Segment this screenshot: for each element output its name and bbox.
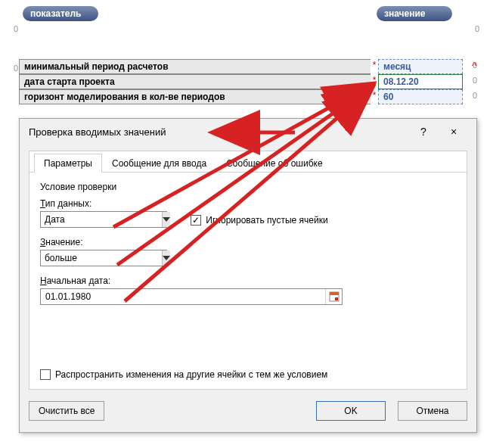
ignore-blank-checkbox-row[interactable]: Игнорировать пустые ячейки [191,215,327,226]
param-label: дата старта проекта [19,74,371,89]
gutter-number: 0 [463,59,477,74]
data-validation-dialog: Проверка вводимых значений ? × Параметры… [19,118,477,433]
propagate-checkbox-row[interactable]: Распространить изменения на другие ячейк… [40,369,327,380]
svg-rect-3 [330,292,339,295]
label-comparison: Значение: [40,237,456,247]
range-picker-icon[interactable] [325,289,342,304]
gutter-number: 0 [463,89,477,104]
start-date-field[interactable] [41,291,325,302]
gutter-number: 0 [463,74,477,89]
tab-pane-parameters: Условие проверки Тип данных: Игнорироват… [29,173,467,310]
tab-strip: Параметры Сообщение для ввода Сообщение … [29,151,467,173]
help-button[interactable]: ? [408,123,439,141]
start-date-input[interactable] [40,288,343,305]
group-title: Условие проверки [40,182,456,192]
gutter-number: 0 [14,64,18,73]
svg-marker-1 [163,256,170,260]
comparison-combo[interactable] [40,250,167,266]
dialog-titlebar: Проверка вводимых значений ? × [20,119,476,145]
propagate-label: Распространить изменения на другие ячейк… [55,369,327,380]
chevron-down-icon[interactable] [162,250,170,266]
gutter-number: 0 [475,24,479,33]
cancel-button[interactable]: Отмена [398,401,467,421]
required-asterisk: * [371,89,378,104]
checkbox-icon[interactable] [191,215,201,226]
dialog-body: Параметры Сообщение для ввода Сообщение … [29,151,467,390]
ignore-blank-label: Игнорировать пустые ячейки [206,215,327,226]
dialog-footer: Очистить все OK Отмена [29,399,467,423]
param-value-cell[interactable]: 60 [378,89,463,104]
chevron-down-icon[interactable] [162,212,170,227]
required-asterisk: * [371,59,378,74]
data-type-input[interactable] [41,212,162,227]
clear-all-button[interactable]: Очистить все [29,401,104,421]
column-header-value: значение [377,6,452,21]
param-label: минимальный период расчетов [19,59,371,74]
gutter-number: 0 [14,24,18,33]
required-asterisk: * [371,74,378,89]
dialog-title: Проверка вводимых значений [29,126,408,138]
svg-rect-4 [335,297,338,300]
param-value-cell[interactable]: месяц [378,59,463,74]
tab-parameters[interactable]: Параметры [34,154,102,173]
param-label: горизонт моделирования в кол-ве периодов [19,89,371,104]
comparison-input[interactable] [41,250,162,266]
column-header-indicator: показатель [23,6,98,21]
tab-error-alert[interactable]: Сообщение об ошибке [216,154,332,173]
tab-input-message[interactable]: Сообщение для ввода [102,154,216,173]
label-start-date: Начальная дата: [40,275,456,286]
label-data-type: Тип данных: [40,198,456,209]
table-row: минимальный период расчетов * месяц 0 [19,59,477,74]
checkbox-icon[interactable] [40,369,51,380]
table-row: дата старта проекта * 08.12.20 0 [19,74,477,89]
data-type-combo[interactable] [40,211,167,228]
svg-marker-0 [163,217,170,222]
ok-button[interactable]: OK [316,401,386,421]
table-row: горизонт моделирования в кол-ве периодов… [19,89,477,104]
close-button[interactable]: × [439,123,469,141]
param-value-cell-selected[interactable]: 08.12.20 [378,74,463,89]
